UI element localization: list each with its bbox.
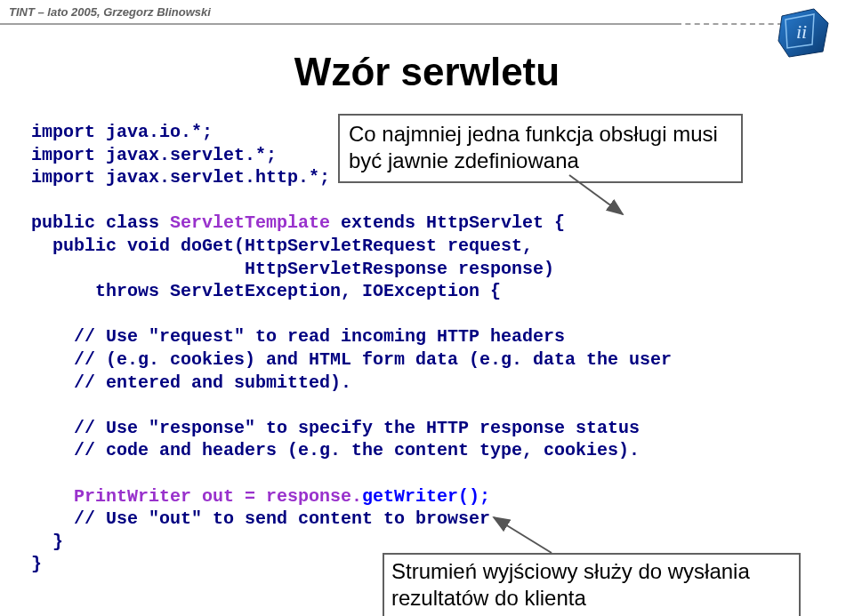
callout-text: być jawnie zdefiniowana — [349, 148, 579, 172]
code-comment: // Use "request" to read incoming HTTP h… — [31, 326, 565, 347]
slide-header: TINT – lato 2005, Grzegorz Blinowski — [9, 5, 211, 19]
code-classname: ServletTemplate — [170, 212, 330, 233]
code-line: public class — [31, 212, 170, 233]
code-comment: // Use "out" to send content to browser — [31, 508, 490, 529]
code-comment: // Use "response" to specify the HTTP re… — [31, 418, 640, 438]
code-line: import javax.servlet.*; — [31, 145, 277, 165]
code-block: import java.io.*; import javax.servlet.*… — [31, 121, 672, 576]
code-line: public void doGet(HttpServletRequest req… — [31, 236, 533, 256]
slide-title: Wzór serwletu — [0, 50, 854, 94]
code-line: HttpServletResponse response) — [31, 259, 554, 279]
callout-box-2: Strumień wyjściowy służy do wysłania rez… — [383, 553, 801, 616]
code-line: import javax.servlet.http.*; — [31, 167, 330, 188]
code-line: import java.io.*; — [31, 122, 213, 142]
callout-text: Strumień wyjściowy służy do wysłania — [391, 559, 750, 583]
code-line: PrintWriter out = response. — [31, 486, 362, 507]
code-comment: // (e.g. cookies) and HTML form data (e.… — [31, 349, 672, 370]
svg-text:ii: ii — [796, 20, 807, 43]
code-line: } — [31, 554, 42, 574]
code-line: extends HttpServlet { — [330, 212, 565, 233]
code-comment: // code and headers (e.g. the content ty… — [31, 440, 640, 460]
callout-box-1: Co najmniej jedna funkcja obsługi musi b… — [338, 114, 743, 183]
code-comment: // entered and submitted). — [31, 372, 351, 393]
callout-text: Co najmniej jedna funkcja obsługi musi — [349, 122, 718, 146]
code-method: getWriter(); — [362, 486, 490, 507]
code-line: throws ServletException, IOException { — [31, 281, 501, 301]
code-line: } — [31, 532, 63, 552]
callout-text: rezultatów do klienta — [391, 586, 586, 610]
header-rule — [0, 23, 854, 25]
